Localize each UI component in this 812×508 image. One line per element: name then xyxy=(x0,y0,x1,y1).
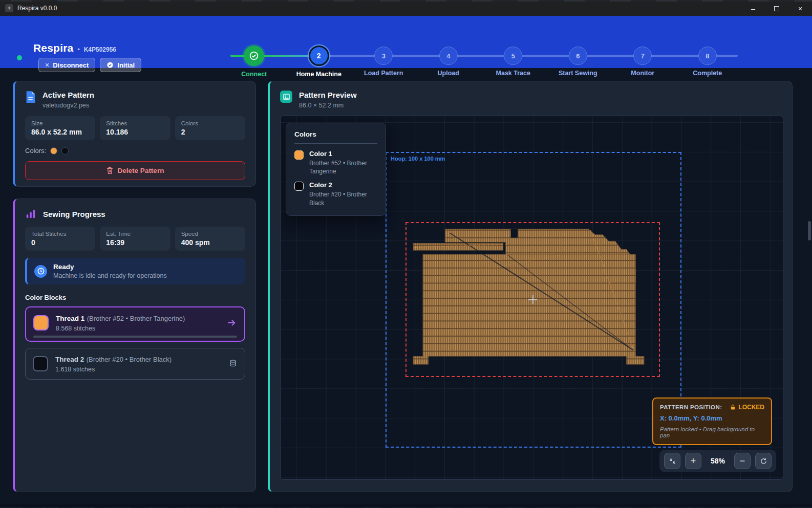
clock-icon xyxy=(34,265,47,278)
bottom-edge xyxy=(0,504,812,508)
legend-title: Colors xyxy=(294,130,377,138)
zoom-level: 58% xyxy=(706,457,730,465)
pattern-filename: valetudogv2.pes xyxy=(42,102,94,109)
scrollbar-thumb[interactable] xyxy=(808,221,811,240)
initial-button[interactable]: Initial xyxy=(100,58,141,72)
fit-to-screen-icon xyxy=(669,457,676,465)
stat-size: Size 86.0 x 52.2 mm xyxy=(25,116,95,140)
check-icon xyxy=(248,50,260,61)
colors-label: Colors: xyxy=(25,147,46,154)
legend-swatch-black xyxy=(294,182,304,191)
active-pattern-card: Active Pattern valetudogv2.pes Size 86.0… xyxy=(13,81,256,187)
step-home-machine[interactable]: 2 Home Machine xyxy=(287,40,352,81)
thread-1-swatch xyxy=(33,315,49,330)
trash-icon xyxy=(106,167,113,174)
step-complete[interactable]: 8 Complete xyxy=(675,40,740,81)
connection-status-dot xyxy=(17,55,22,60)
close-button[interactable]: × xyxy=(788,2,812,16)
app-icon: ✳ xyxy=(5,4,13,12)
active-pattern-title: Active Pattern xyxy=(42,91,94,99)
thread-1-progress xyxy=(33,336,237,338)
app-header: Respira • K4P502956 × Disconnect Initial xyxy=(0,16,812,68)
preview-dimensions: 86.0 × 52.2 mm xyxy=(299,102,357,109)
pattern-position-overlay: PATTERN POSITION: LOCKED X: 0.0mm, Y: 0.… xyxy=(652,397,772,445)
reset-view-button[interactable] xyxy=(755,453,772,469)
position-label: PATTERN POSITION: xyxy=(660,404,722,410)
zoom-out-button[interactable]: − xyxy=(734,453,751,469)
status-desc: Machine is idle and ready for operations xyxy=(53,272,167,279)
stat-est-time: Est. Time 16:39 xyxy=(100,227,170,251)
brand-separator: • xyxy=(77,46,79,53)
maximize-icon xyxy=(774,6,779,11)
thread-1-item[interactable]: Thread 1 (Brother #52 • Brother Tangerin… xyxy=(25,306,245,342)
file-icon xyxy=(25,91,36,103)
center-crosshair-icon xyxy=(528,295,537,304)
lock-icon xyxy=(730,404,736,410)
zoom-controls: + 58% − xyxy=(659,450,776,472)
step-upload[interactable]: 4 Upload xyxy=(416,40,481,81)
image-icon xyxy=(280,91,292,103)
maximize-button[interactable] xyxy=(765,2,788,16)
delete-pattern-button[interactable]: Delete Pattern xyxy=(25,161,245,180)
position-hint: Pattern locked • Drag background to pan xyxy=(660,426,764,438)
colors-legend: Colors Color 1 Brother #52 • Brother Tan… xyxy=(286,123,386,216)
step-start-sewing[interactable]: 6 Start Sewing xyxy=(546,40,611,81)
step-connect[interactable]: Connect xyxy=(222,40,287,81)
legend-divider xyxy=(294,143,377,144)
preview-title: Pattern Preview xyxy=(299,91,357,99)
layers-stack-icon xyxy=(228,359,238,368)
stat-speed: Speed 400 spm xyxy=(175,227,245,251)
step-mask-trace[interactable]: 5 Mask Trace xyxy=(481,40,546,81)
machine-serial: K4P502956 xyxy=(84,46,116,53)
fit-view-button[interactable] xyxy=(664,453,680,469)
bar-chart-icon xyxy=(25,208,36,219)
pattern-preview-card: Pattern Preview 86.0 × 52.2 mm Hoop: 100… xyxy=(268,81,793,492)
reset-rotate-icon xyxy=(760,457,767,465)
stat-stitches: Stitches 10.186 xyxy=(100,116,170,140)
legend-entry-color2: Color 2 Brother #20 • Brother Black xyxy=(294,181,377,207)
window-title: Respira v0.0.0 xyxy=(17,5,57,12)
zoom-in-button[interactable]: + xyxy=(685,453,701,469)
legend-swatch-orange xyxy=(294,150,304,160)
stat-colors: Colors 2 xyxy=(175,116,245,140)
thread-2-item[interactable]: Thread 2 (Brother #20 • Brother Black) 1… xyxy=(25,348,245,380)
check-circle-icon xyxy=(106,61,114,69)
title-bar: ✳ Respira v0.0.0 – × xyxy=(0,0,812,16)
machine-status-banner: Ready Machine is idle and ready for oper… xyxy=(25,258,245,284)
color-swatch-orange xyxy=(50,147,57,154)
legend-entry-color1: Color 1 Brother #52 • Brother Tangerine xyxy=(294,150,377,175)
arrow-right-icon xyxy=(226,318,237,328)
step-monitor[interactable]: 7 Monitor xyxy=(610,40,675,81)
wizard-stepper: Connect 2 Home Machine 3 Load Pattern 4 … xyxy=(222,40,740,81)
x-icon: × xyxy=(45,61,49,69)
sewing-progress-title: Sewing Progress xyxy=(43,210,105,218)
disconnect-button[interactable]: × Disconnect xyxy=(38,58,95,72)
locked-badge: LOCKED xyxy=(730,404,764,411)
hoop-label: Hoop: 100 x 100 mm xyxy=(391,156,445,162)
position-coordinates: X: 0.0mm, Y: 0.0mm xyxy=(660,414,764,422)
status-title: Ready xyxy=(53,263,167,271)
stat-total-stitches: Total Stitches 0 xyxy=(25,227,95,251)
color-blocks-label: Color Blocks xyxy=(25,294,245,301)
sewing-progress-card: Sewing Progress Total Stitches 0 Est. Ti… xyxy=(13,198,256,492)
brand-title: Respira xyxy=(33,42,73,54)
step-load-pattern[interactable]: 3 Load Pattern xyxy=(351,40,416,81)
thread-2-swatch xyxy=(33,356,48,371)
preview-canvas[interactable]: Hoop: 100 x 100 mm xyxy=(280,116,783,480)
minimize-button[interactable]: – xyxy=(741,2,765,16)
color-swatch-black xyxy=(61,147,69,154)
